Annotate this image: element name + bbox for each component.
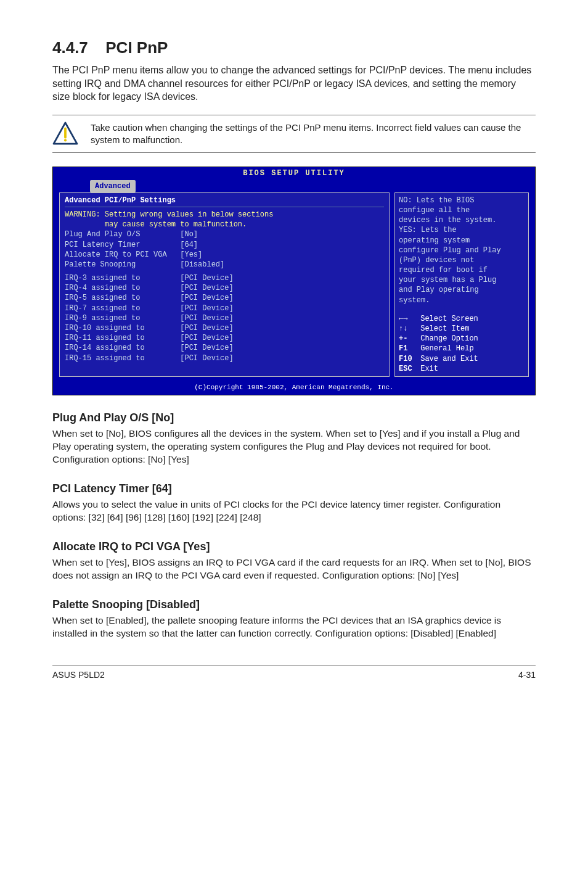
bios-setting-row[interactable]: Allocate IRQ to PCI VGA [Yes] xyxy=(65,250,384,260)
bios-help-line: configure Plug and Play xyxy=(399,245,525,255)
nav-label: General Help xyxy=(416,344,474,353)
bios-warning-line2: may cause system to malfunction. xyxy=(65,220,384,229)
warning-icon xyxy=(52,122,78,145)
bios-help-line: required for boot if xyxy=(399,265,525,275)
bios-warning-line1: WARNING: Setting wrong values in below s… xyxy=(65,210,384,220)
nav-label: Save and Exit xyxy=(416,355,478,363)
intro-paragraph: The PCI PnP menu items allow you to chan… xyxy=(52,64,536,104)
bios-help-line: devices in the system. xyxy=(399,215,525,225)
bios-irq-row[interactable]: IRQ-9 assigned to [PCI Device] xyxy=(65,313,384,323)
footer-left: ASUS P5LD2 xyxy=(52,669,105,681)
bios-setting-row[interactable]: Plug And Play O/S [No] xyxy=(65,229,384,239)
sub-palette-text: When set to [Enabled], the pallete snoop… xyxy=(52,614,536,640)
section-number: 4.4.7 xyxy=(52,38,88,57)
section-heading: 4.4.7 PCI PnP xyxy=(52,37,536,59)
bios-nav-hint: F1 General Help xyxy=(399,344,525,353)
nav-key: F10 xyxy=(399,354,416,364)
nav-label: Change Option xyxy=(416,334,478,343)
nav-key: ↑↓ xyxy=(399,324,416,334)
nav-key: F1 xyxy=(399,344,416,353)
bios-nav-hint: ↑↓ Select Item xyxy=(399,324,525,334)
bios-help-line: (PnP) devices not xyxy=(399,255,525,265)
nav-label: Select Screen xyxy=(416,315,478,323)
nav-key: ←→ xyxy=(399,314,416,324)
bios-help-line: YES: Lets the xyxy=(399,225,525,235)
bios-irq-row[interactable]: IRQ-4 assigned to [PCI Device] xyxy=(65,283,384,293)
bios-irq-row[interactable]: IRQ-14 assigned to [PCI Device] xyxy=(65,343,384,353)
bios-copyright: (C)Copyright 1985-2002, American Megatre… xyxy=(53,382,535,395)
sub-palette-title: Palette Snooping [Disabled] xyxy=(52,597,536,612)
bios-irq-row[interactable]: IRQ-11 assigned to [PCI Device] xyxy=(65,333,384,343)
bios-left-pane: Advanced PCI/PnP Settings WARNING: Setti… xyxy=(59,192,390,377)
bios-help-line: and Play operating xyxy=(399,285,525,295)
bios-help-line: your system has a Plug xyxy=(399,275,525,285)
bios-help-line: configue all the xyxy=(399,205,525,215)
nav-label: Exit xyxy=(416,365,438,373)
nav-label: Select Item xyxy=(416,324,469,333)
sub-pnp-text: When set to [No], BIOS configures all th… xyxy=(52,427,536,466)
svg-point-2 xyxy=(64,139,67,141)
bios-irq-row[interactable]: IRQ-5 assigned to [PCI Device] xyxy=(65,293,384,303)
nav-key: ESC xyxy=(399,364,416,374)
caution-box: Take caution when changing the settings … xyxy=(52,115,536,154)
page-footer: ASUS P5LD2 4-31 xyxy=(52,665,536,681)
sub-latency-text: Allows you to select the value in units … xyxy=(52,498,536,524)
bios-nav-hint: +- Change Option xyxy=(399,334,525,344)
nav-key: +- xyxy=(399,334,416,344)
sub-irq-text: When set to [Yes], BIOS assigns an IRQ t… xyxy=(52,556,536,582)
bios-nav-hint: ←→ Select Screen xyxy=(399,314,525,324)
bios-irq-row[interactable]: IRQ-10 assigned to [PCI Device] xyxy=(65,323,384,333)
footer-right: 4-31 xyxy=(518,669,536,681)
bios-help-line: NO: Lets the BIOS xyxy=(399,196,525,205)
bios-help-line: system. xyxy=(399,295,525,305)
bios-irq-row[interactable]: IRQ-15 assigned to [PCI Device] xyxy=(65,353,384,363)
bios-title: BIOS SETUP UTILITY xyxy=(53,167,535,179)
bios-tab-advanced[interactable]: Advanced xyxy=(90,180,136,192)
sub-latency-title: PCI Latency Timer [64] xyxy=(52,481,536,496)
bios-setting-row[interactable]: Palette Snooping [Disabled] xyxy=(65,260,384,270)
bios-window: BIOS SETUP UTILITY Advanced Advanced PCI… xyxy=(52,167,536,395)
bios-irq-row[interactable]: IRQ-3 assigned to [PCI Device] xyxy=(65,273,384,283)
sub-irq-title: Allocate IRQ to PCI VGA [Yes] xyxy=(52,539,536,554)
bios-nav-hint: F10 Save and Exit xyxy=(399,354,525,364)
bios-setting-row[interactable]: PCI Latency Timer [64] xyxy=(65,240,384,250)
sub-pnp-title: Plug And Play O/S [No] xyxy=(52,410,536,425)
bios-nav-hint: ESC Exit xyxy=(399,364,525,374)
bios-help-line: operating system xyxy=(399,236,525,245)
section-title: PCI PnP xyxy=(105,38,168,57)
bios-irq-row[interactable]: IRQ-7 assigned to [PCI Device] xyxy=(65,303,384,313)
bios-left-header: Advanced PCI/PnP Settings xyxy=(65,196,384,205)
caution-text: Take caution when changing the settings … xyxy=(91,122,536,147)
bios-help-pane: NO: Lets the BIOSconfigue all thedevices… xyxy=(394,192,529,377)
